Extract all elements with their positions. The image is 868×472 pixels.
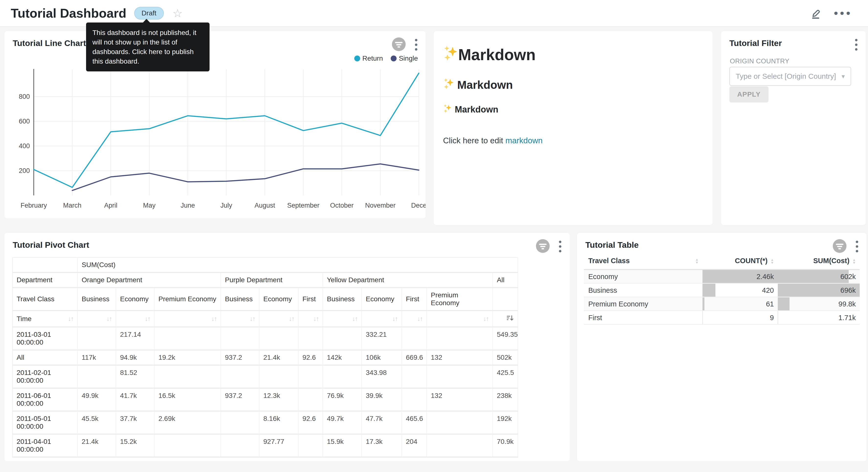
- pivot-time-cell: 2011-05-01 00:00:00: [12, 411, 78, 434]
- pivot-time-cell: All: [12, 350, 78, 365]
- column-header-sum-cost[interactable]: SUM(Cost)▲▼: [778, 253, 860, 270]
- pivot-time-header[interactable]: Time↓↑: [12, 311, 78, 327]
- header-actions: •••: [809, 6, 857, 20]
- pivot-value-cell: 217.14: [116, 327, 154, 350]
- draft-badge[interactable]: Draft: [134, 7, 164, 20]
- filter-badge-icon[interactable]: [535, 239, 550, 254]
- pivot-value-cell: 49.7k: [323, 411, 362, 434]
- pivot-row: 2011-04-01 00:00:0021.4k15.2k927.7715.9k…: [12, 434, 518, 457]
- sort-icon[interactable]: ↓↑: [211, 315, 217, 323]
- pivot-sort-cell[interactable]: ↓↑: [427, 311, 493, 327]
- pivot-value-cell: [298, 388, 323, 411]
- markdown-edit-link[interactable]: markdown: [505, 136, 542, 145]
- line-chart-svg[interactable]: 200400600800FebruaryMarchAprilMayJuneJul…: [4, 66, 426, 217]
- panel-markdown: Markdown Markdown Markdown Cl: [434, 31, 712, 225]
- pivot-value-cell: 39.9k: [362, 388, 402, 411]
- x-axis-tick: February: [21, 202, 47, 209]
- y-axis-tick: 400: [19, 142, 30, 150]
- kebab-menu-icon[interactable]: [413, 37, 419, 53]
- pivot-value-cell: 332.21: [362, 327, 402, 350]
- pivot-sort-cell[interactable]: ↓↑: [402, 311, 427, 327]
- pivot-value-cell: [298, 434, 323, 457]
- pivot-value-cell: 238k: [493, 388, 518, 411]
- sort-icon[interactable]: ↓↑: [483, 315, 489, 323]
- pivot-col-header: Business: [78, 288, 116, 311]
- apply-button[interactable]: APPLY: [730, 86, 769, 102]
- sort-icon[interactable]: ↓↑: [250, 315, 255, 323]
- pivot-time-cell: 2011-03-01 00:00:00: [12, 327, 78, 350]
- pivot-col-header: Business: [221, 288, 259, 311]
- x-axis-tick: June: [181, 202, 195, 209]
- sort-icon[interactable]: ↓↑: [145, 315, 150, 323]
- column-header-travel-class[interactable]: Travel Class▲▼: [584, 253, 703, 270]
- sort-icon[interactable]: ↓↑: [106, 315, 112, 323]
- sort-icon[interactable]: ↓↑: [417, 315, 423, 323]
- pivot-sort-cell[interactable]: ↓↑: [78, 311, 116, 327]
- favorite-star-icon[interactable]: ☆: [173, 7, 183, 19]
- sort-desc-icon[interactable]: [506, 314, 514, 323]
- origin-country-select[interactable]: Type or Select [Origin Country] ▾: [730, 67, 851, 86]
- legend-label: Single: [399, 55, 418, 62]
- pivot-value-cell: 465.6: [402, 411, 427, 434]
- sort-carets-icon[interactable]: ▲▼: [852, 258, 856, 264]
- pivot-value-cell: [298, 327, 323, 350]
- pivot-sort-cell[interactable]: ↓↑: [116, 311, 154, 327]
- dashboard-page: { "header": { "title": "Tutorial Dashboa…: [0, 0, 868, 472]
- panel-tutorial-line-chart: Tutorial Line Chart ReturnSingle 2004006…: [4, 31, 426, 218]
- legend-dot: [354, 56, 360, 61]
- travel-class-cell: Premium Economy: [584, 297, 703, 311]
- pivot-value-cell: 92.6: [298, 411, 323, 434]
- pivot-sort-cell[interactable]: ↓↑: [323, 311, 362, 327]
- sort-carets-icon[interactable]: ▲▼: [770, 258, 774, 264]
- column-header-count[interactable]: COUNT(*)▲▼: [703, 253, 778, 270]
- markdown-paragraph: Click here to edit markdown: [443, 136, 704, 145]
- pivot-value-cell: [323, 327, 362, 350]
- sort-carets-icon[interactable]: ▲▼: [695, 258, 699, 264]
- pivot-row: 2011-02-01 00:00:0081.52343.98425.5: [12, 365, 518, 388]
- line-series-Single[interactable]: [72, 164, 419, 190]
- pivot-value-cell: [427, 411, 493, 434]
- pivot-value-cell: [78, 327, 116, 350]
- sort-icon[interactable]: ↓↑: [352, 315, 358, 323]
- pivot-value-cell: [221, 365, 259, 388]
- pivot-value-cell: 12.3k: [259, 388, 298, 411]
- panel-tutorial-filter: Tutorial Filter ORIGIN COUNTRY Type or S…: [721, 31, 866, 225]
- edit-icon[interactable]: [809, 6, 821, 20]
- pivot-group-header: Orange Department: [78, 272, 221, 288]
- sum-cost-cell: 696k: [778, 284, 860, 297]
- more-options-icon[interactable]: •••: [834, 7, 852, 20]
- kebab-menu-icon[interactable]: [853, 37, 860, 53]
- sparkles-icon: [443, 78, 454, 92]
- pivot-value-cell: 92.6: [298, 350, 323, 365]
- y-axis-tick: 800: [19, 93, 30, 100]
- legend-item-Return[interactable]: Return: [354, 55, 383, 62]
- pivot-sort-cell[interactable]: ↓↑: [298, 311, 323, 327]
- pivot-value-cell: 15.9k: [323, 434, 362, 457]
- kebab-menu-icon[interactable]: [854, 239, 860, 254]
- pivot-corner-cell: [12, 258, 78, 272]
- legend-item-Single[interactable]: Single: [391, 55, 418, 62]
- pivot-sort-cell[interactable]: ↓↑: [362, 311, 402, 327]
- pivot-value-cell: 132: [427, 388, 493, 411]
- pivot-group-header: Yellow Department: [323, 272, 493, 288]
- origin-country-label: ORIGIN COUNTRY: [730, 57, 789, 65]
- pivot-value-cell: 502k: [493, 350, 518, 365]
- filter-badge-icon[interactable]: [392, 37, 406, 53]
- sort-icon[interactable]: ↓↑: [289, 315, 294, 323]
- kebab-menu-icon[interactable]: [557, 239, 563, 254]
- sort-icon[interactable]: ↓↑: [313, 315, 319, 323]
- pivot-value-cell: 117k: [78, 350, 116, 365]
- sort-icon[interactable]: ↓↑: [68, 315, 73, 323]
- sort-icon[interactable]: ↓↑: [392, 315, 398, 323]
- pivot-value-cell: [221, 411, 259, 434]
- pivot-sort-cell[interactable]: ↓↑: [259, 311, 298, 327]
- pivot-col-header: Premium Economy: [427, 288, 493, 311]
- pivot-value-cell: 8.16k: [259, 411, 298, 434]
- pivot-sort-cell[interactable]: [493, 311, 518, 327]
- y-axis-tick: 200: [19, 167, 30, 174]
- pivot-value-cell: 425.5: [493, 365, 518, 388]
- filter-badge-icon[interactable]: [832, 239, 847, 254]
- pivot-value-cell: 45.5k: [78, 411, 116, 434]
- pivot-sort-cell[interactable]: ↓↑: [154, 311, 221, 327]
- pivot-sort-cell[interactable]: ↓↑: [221, 311, 259, 327]
